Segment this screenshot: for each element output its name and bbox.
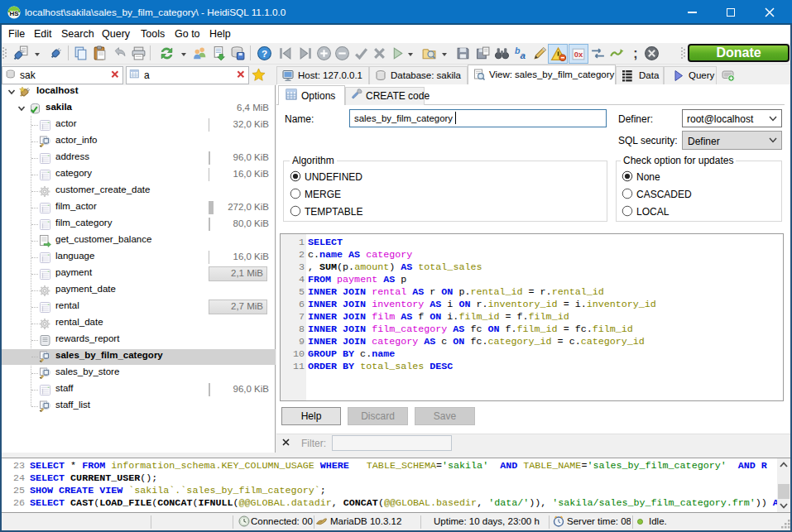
svg-text:0x: 0x	[574, 50, 583, 59]
svg-text:?: ?	[262, 48, 267, 59]
svg-text:HS: HS	[9, 10, 19, 17]
svg-text:a: a	[520, 50, 526, 60]
svg-text:;: ;	[633, 46, 637, 60]
